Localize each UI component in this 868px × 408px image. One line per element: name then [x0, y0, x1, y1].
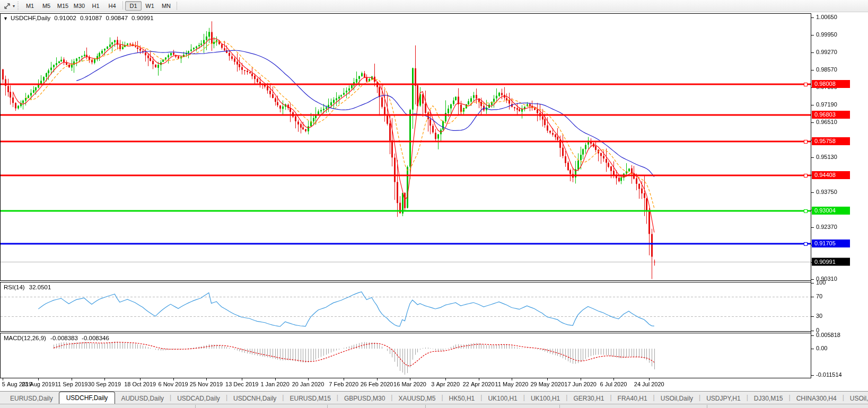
timeframe-toolbar: ▾ M1M5M15M30H1H4D1W1MN	[0, 0, 868, 12]
price-chart-canvas[interactable]	[0, 13, 868, 391]
bar-high-value: 0.91087	[80, 15, 102, 21]
rsi-current-value: 32.0501	[29, 284, 51, 290]
bar-low-value: 0.90847	[106, 15, 128, 21]
status-divider	[327, 405, 328, 408]
tab-usdchf-daily[interactable]: USDCHF,Daily	[59, 392, 116, 404]
toolbar-separator	[177, 2, 177, 10]
tab-china300-h4[interactable]: CHINA300,H4	[791, 393, 843, 404]
tab-uk100-h1[interactable]: UK100,H1	[525, 393, 566, 404]
toolbar-grip-handle[interactable]	[17, 2, 19, 10]
timeframe-button-m15[interactable]: M15	[55, 1, 71, 11]
status-divider	[195, 405, 196, 408]
tab-audusd-daily[interactable]: AUDUSD,Daily	[115, 393, 170, 404]
chart-title: ▼USDCHF,Daily0.910020.910870.908470.9099…	[3, 15, 154, 21]
chart-context-dropdown-icon[interactable]: ▼	[3, 16, 8, 21]
tab-uk100-h1[interactable]: UK100,H1	[482, 393, 523, 404]
timeframe-button-h4[interactable]: H4	[104, 1, 120, 11]
timeframe-button-m30[interactable]: M30	[71, 1, 87, 11]
tab-xauusd-m5[interactable]: XAUUSD,M5	[392, 393, 441, 404]
macd-main-value: -0.008383	[50, 335, 78, 341]
cursor-tool-dropdown-icon[interactable]: ▾	[13, 4, 15, 8]
bar-open-value: 0.91002	[54, 15, 76, 21]
timeframe-button-m1[interactable]: M1	[22, 1, 38, 11]
tab-gbpusd-m30[interactable]: GBPUSD,M30	[338, 393, 391, 404]
rsi-name: RSI(14)	[4, 284, 25, 290]
macd-signal-value: -0.008346	[82, 335, 109, 341]
chart-symbol-label: USDCHF,Daily	[11, 15, 50, 21]
status-bar	[0, 404, 868, 408]
tab-usoil-daily[interactable]: USOil,Daily	[655, 393, 699, 404]
tab-usdcad-daily[interactable]: USDCAD,Daily	[171, 393, 226, 404]
tab-usdcnh-daily[interactable]: USDCNH,Daily	[227, 393, 282, 404]
tab-usdjpy-h1[interactable]: USDJPY,H1	[700, 393, 746, 404]
symbol-tab-bar: EURUSD,DailyUSDCHF,DailyAUDUSD,Daily|USD…	[0, 391, 868, 404]
status-divider	[559, 405, 560, 408]
timeframe-button-m5[interactable]: M5	[38, 1, 55, 11]
timeframe-buttons: M1M5M15M30H1H4D1W1MN	[22, 1, 174, 11]
symbol-tabs: EURUSD,DailyUSDCHF,DailyAUDUSD,Daily|USD…	[4, 392, 868, 404]
tab-dj30-m15[interactable]: DJ30,M15	[748, 393, 789, 404]
macd-name: MACD(12,26,9)	[4, 335, 46, 341]
tab-hk50-h1[interactable]: HK50,H1	[443, 393, 481, 404]
status-divider	[707, 405, 707, 408]
timeframe-button-d1[interactable]: D1	[125, 1, 142, 11]
tab-eurusd-m15[interactable]: EURUSD,M15	[284, 393, 336, 404]
rsi-indicator-label: RSI(14) 32.0501	[4, 284, 51, 290]
timeframe-button-h1[interactable]: H1	[87, 1, 104, 11]
timeframe-button-w1[interactable]: W1	[142, 1, 158, 11]
chart-region: ▼USDCHF,Daily0.910020.910870.908470.9099…	[0, 13, 868, 391]
tab-ger30-h1[interactable]: GER30,H1	[567, 393, 610, 404]
trading-terminal: { "toolbar": { "timeframes": ["M1","M5",…	[0, 0, 868, 408]
tab-usoil-h[interactable]: USOil,H	[844, 393, 868, 404]
tab-fra40-h1[interactable]: FRA40,H1	[612, 393, 653, 404]
status-divider	[425, 405, 426, 408]
bar-close-value: 0.90991	[131, 15, 154, 21]
cursor-tool-icon[interactable]	[2, 2, 13, 10]
tab-eurusd-daily[interactable]: EURUSD,Daily	[4, 393, 59, 404]
timeframe-button-mn[interactable]: MN	[158, 1, 174, 11]
macd-indicator-label: MACD(12,26,9) -0.008383 -0.008346	[4, 335, 109, 341]
